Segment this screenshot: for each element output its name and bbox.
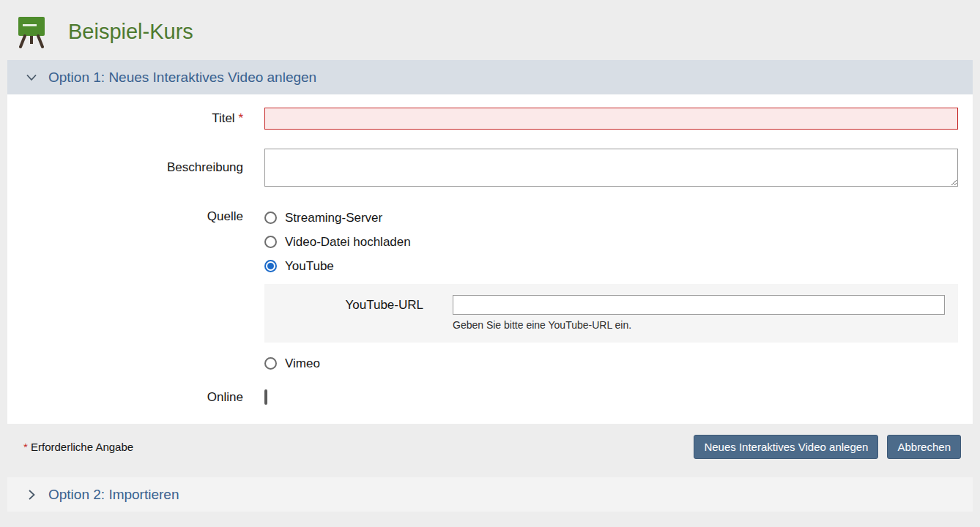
option2-title: Option 2: Importieren — [48, 487, 179, 503]
youtube-url-help: Geben Sie bitte eine YouTube-URL ein. — [453, 319, 958, 331]
option1-panel: Option 1: Neues Interaktives Video anleg… — [7, 60, 973, 469]
radio-youtube[interactable]: YouTube — [264, 254, 958, 278]
cancel-button[interactable]: Abbrechen — [887, 435, 961, 459]
online-checkbox[interactable] — [264, 389, 267, 405]
option2-panel: Option 2: Importieren — [7, 477, 973, 512]
titel-input[interactable] — [264, 108, 958, 130]
app-header: Beispiel-Kurs — [0, 0, 980, 60]
online-label: Online — [7, 390, 264, 405]
radio-video-datei-hochladen[interactable]: Video-Datei hochladen — [264, 230, 958, 254]
page-title: Beispiel-Kurs — [68, 20, 193, 44]
submit-button[interactable]: Neues Interaktives Video anlegen — [694, 435, 878, 459]
radio-streaming-server[interactable]: Streaming-Server — [264, 206, 958, 230]
titel-row: Titel * — [7, 108, 973, 130]
quelle-row: Quelle Streaming-Server Video-Datei hoch… — [7, 206, 973, 375]
online-row: Online — [7, 390, 973, 405]
option2-accordion-header[interactable]: Option 2: Importieren — [7, 477, 973, 512]
course-icon — [15, 15, 48, 48]
radio-vimeo[interactable]: Vimeo — [264, 351, 958, 375]
youtube-url-label: YouTube-URL — [264, 295, 453, 315]
radio-icon[interactable] — [264, 357, 277, 370]
beschreibung-textarea[interactable] — [264, 149, 958, 187]
form-footer: * Erforderliche Angabe Neues Interaktive… — [7, 424, 973, 469]
radio-icon[interactable] — [264, 212, 277, 224]
radio-icon[interactable] — [264, 236, 277, 248]
radio-streaming-server-label[interactable]: Streaming-Server — [285, 211, 382, 225]
button-group: Neues Interaktives Video anlegen Abbrech… — [694, 435, 961, 459]
titel-label: Titel * — [7, 111, 264, 126]
option1-title: Option 1: Neues Interaktives Video anleg… — [48, 70, 316, 86]
chevron-right-icon[interactable] — [24, 487, 39, 502]
quelle-label: Quelle — [7, 206, 264, 375]
radio-youtube-label[interactable]: YouTube — [285, 259, 334, 274]
radio-video-datei-hochladen-label[interactable]: Video-Datei hochladen — [285, 235, 411, 250]
beschreibung-label: Beschreibung — [7, 160, 264, 175]
radio-icon[interactable] — [264, 260, 277, 272]
beschreibung-row: Beschreibung — [7, 149, 973, 187]
required-asterisk: * — [238, 111, 243, 125]
required-asterisk: * — [23, 441, 28, 453]
radio-vimeo-label[interactable]: Vimeo — [285, 356, 320, 371]
required-note: * Erforderliche Angabe — [23, 441, 133, 453]
chevron-down-icon[interactable] — [24, 70, 39, 85]
new-video-form: Titel * Beschreibung Quelle Streaming-Se… — [7, 94, 973, 424]
option1-accordion-header[interactable]: Option 1: Neues Interaktives Video anleg… — [7, 60, 973, 94]
youtube-url-input[interactable] — [453, 295, 945, 315]
youtube-subform: YouTube-URL Geben Sie bitte eine YouTube… — [264, 284, 958, 343]
